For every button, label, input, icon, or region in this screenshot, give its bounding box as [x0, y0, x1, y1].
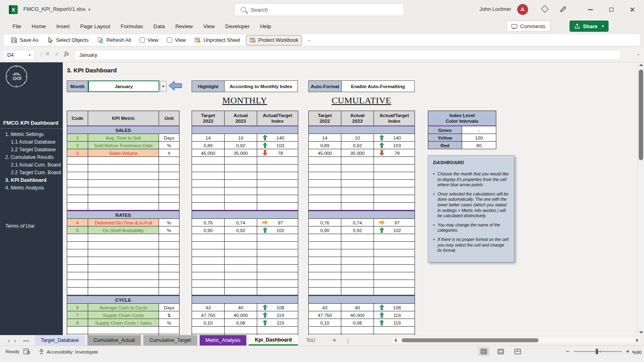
- empty-cell[interactable]: [341, 187, 374, 195]
- empty-cell[interactable]: [88, 249, 159, 257]
- empty-cell[interactable]: [309, 165, 341, 172]
- metric-cell[interactable]: Supply Chain Costs / Sales: [88, 319, 159, 326]
- actual-cell[interactable]: 0,08: [341, 319, 374, 326]
- target-cell[interactable]: 0,76: [309, 219, 341, 226]
- target-cell[interactable]: 0,76: [192, 219, 225, 226]
- normal-view-button[interactable]: [478, 347, 489, 356]
- empty-cell[interactable]: [309, 272, 341, 280]
- empty-cell[interactable]: [192, 265, 225, 272]
- legend-value[interactable]: 100: [462, 134, 496, 141]
- empty-cell[interactable]: [225, 242, 257, 249]
- empty-cell[interactable]: [159, 280, 180, 287]
- empty-cell[interactable]: [309, 172, 341, 179]
- empty-cell[interactable]: [192, 195, 225, 202]
- empty-cell[interactable]: [341, 327, 374, 334]
- empty-cell[interactable]: [225, 172, 257, 179]
- empty-cell[interactable]: [192, 172, 225, 179]
- index-cell[interactable]: 140: [257, 134, 298, 141]
- actual-cell[interactable]: 10: [341, 134, 374, 141]
- actual-cell[interactable]: 40.000: [225, 311, 257, 319]
- actual-cell[interactable]: 35.000: [225, 149, 257, 156]
- empty-cell[interactable]: [225, 157, 257, 164]
- unit-cell[interactable]: $: [159, 311, 180, 319]
- empty-cell[interactable]: [257, 172, 298, 179]
- empty-cell[interactable]: [341, 165, 374, 172]
- actual-cell[interactable]: 40: [225, 304, 257, 311]
- zoom-slider[interactable]: [574, 351, 622, 352]
- empty-cell[interactable]: [88, 272, 159, 280]
- horizontal-scrollbar[interactable]: [391, 337, 641, 343]
- empty-cell[interactable]: [67, 265, 88, 272]
- empty-cell[interactable]: [67, 172, 88, 179]
- index-cell[interactable]: 78: [374, 149, 415, 156]
- sheet-tab-kpi-dashboard[interactable]: Kpi_Dashboard: [249, 335, 298, 346]
- sheet-tab-target-database[interactable]: Target_Database: [35, 335, 85, 346]
- empty-cell[interactable]: [374, 327, 415, 334]
- code-cell[interactable]: 2: [67, 142, 88, 149]
- empty-cell[interactable]: [374, 180, 415, 187]
- target-cell[interactable]: 0,10: [309, 319, 341, 326]
- index-cell[interactable]: 140: [374, 134, 415, 141]
- empty-cell[interactable]: [88, 203, 159, 210]
- empty-cell[interactable]: [225, 280, 257, 287]
- empty-cell[interactable]: [159, 249, 180, 257]
- empty-cell[interactable]: [374, 280, 415, 287]
- scroll-down-arrow[interactable]: [639, 331, 643, 333]
- sidebar-item-target-database[interactable]: 1.2 Target Database: [0, 146, 63, 154]
- code-cell[interactable]: 1: [67, 134, 88, 141]
- actual-cell[interactable]: 0,92: [225, 226, 257, 234]
- actual-cell[interactable]: 0,92: [341, 226, 374, 234]
- index-cell[interactable]: 119: [374, 311, 415, 319]
- empty-cell[interactable]: [341, 234, 374, 241]
- unit-cell[interactable]: %: [159, 142, 180, 149]
- zoom-in-button[interactable]: +: [626, 348, 630, 355]
- tab-data[interactable]: Data: [148, 21, 170, 32]
- sidebar-item-metric-analysis[interactable]: 4. Metric Analysis: [0, 184, 63, 192]
- sidebar-item-cumulative-results[interactable]: 2. Cumulative Results: [0, 154, 63, 161]
- empty-cell[interactable]: [159, 203, 180, 210]
- index-cell[interactable]: 103: [257, 142, 298, 149]
- empty-cell[interactable]: [88, 157, 159, 164]
- zoom-out-button[interactable]: −: [566, 348, 569, 355]
- empty-cell[interactable]: [309, 288, 341, 295]
- actual-cell[interactable]: 40: [341, 304, 374, 311]
- empty-cell[interactable]: [374, 187, 415, 195]
- empty-cell[interactable]: [225, 234, 257, 241]
- empty-cell[interactable]: [67, 203, 88, 210]
- index-cell[interactable]: 97: [374, 219, 415, 226]
- empty-cell[interactable]: [159, 257, 180, 264]
- tab-insert[interactable]: Insert: [51, 21, 75, 32]
- metric-cell[interactable]: Avg. Time to Sell: [88, 134, 159, 141]
- expand-formula-bar-chevron[interactable]: ⌄: [637, 51, 640, 56]
- actual-cell[interactable]: 35.000: [341, 149, 374, 156]
- empty-cell[interactable]: [257, 234, 298, 241]
- actual-cell[interactable]: 0,74: [341, 219, 374, 226]
- empty-cell[interactable]: [341, 195, 374, 202]
- code-cell[interactable]: 5: [67, 226, 88, 234]
- empty-cell[interactable]: [159, 165, 180, 172]
- empty-cell[interactable]: [341, 157, 374, 164]
- page-break-view-button[interactable]: [512, 347, 523, 356]
- save-as-button[interactable]: Save As: [8, 35, 41, 45]
- empty-cell[interactable]: [341, 203, 374, 210]
- empty-cell[interactable]: [159, 195, 180, 202]
- protect-workbook-button[interactable]: Protect Workbook: [246, 35, 302, 45]
- unprotect-sheet-button[interactable]: Unprotect Sheet: [191, 35, 243, 45]
- empty-cell[interactable]: [159, 242, 180, 249]
- empty-cell[interactable]: [67, 280, 88, 287]
- empty-cell[interactable]: [88, 280, 159, 287]
- empty-cell[interactable]: [192, 187, 225, 195]
- target-cell[interactable]: 0,90: [192, 226, 225, 234]
- empty-cell[interactable]: [309, 195, 341, 202]
- empty-cell[interactable]: [225, 288, 257, 295]
- index-cell[interactable]: 119: [374, 319, 415, 326]
- sidebar-item-actual-cum-board[interactable]: 2.1 Actual Cum. Board: [0, 161, 63, 169]
- index-cell[interactable]: 102: [257, 226, 298, 234]
- all-sheets-button[interactable]: •••: [20, 338, 35, 346]
- empty-cell[interactable]: [374, 234, 415, 241]
- next-sheet-arrow[interactable]: ›: [14, 337, 20, 346]
- page-layout-view-button[interactable]: [495, 347, 506, 356]
- code-cell[interactable]: 6: [67, 304, 88, 311]
- empty-cell[interactable]: [192, 157, 225, 164]
- empty-cell[interactable]: [88, 327, 159, 334]
